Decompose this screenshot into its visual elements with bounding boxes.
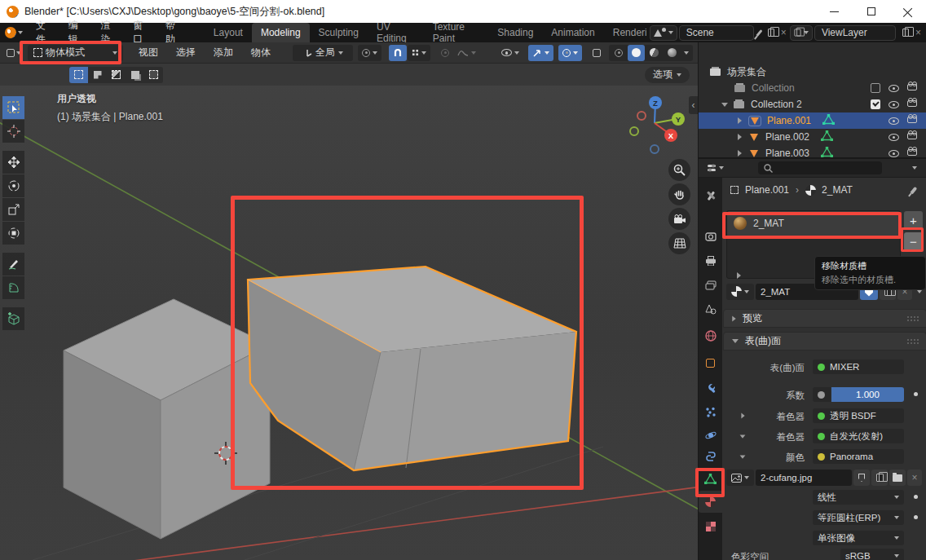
perspective-toggle-button[interactable] bbox=[668, 232, 690, 254]
tab-render[interactable] bbox=[699, 225, 722, 247]
tab-output[interactable] bbox=[699, 249, 722, 271]
shading-material-button[interactable] bbox=[646, 45, 663, 61]
maximize-button[interactable] bbox=[853, 0, 889, 23]
workspace-tab-animation[interactable]: Animation bbox=[542, 23, 603, 42]
image-name-field[interactable]: 2-cufang.jpg bbox=[756, 470, 852, 486]
color-dropdown[interactable]: Panorama bbox=[813, 449, 904, 464]
expand-chevron-icon[interactable] bbox=[738, 117, 742, 124]
tab-material[interactable] bbox=[699, 491, 722, 513]
workspace-tab-uv-editing[interactable]: UV Editing bbox=[368, 23, 424, 42]
image-source-dropdown[interactable]: 单张图像 bbox=[813, 531, 904, 545]
tab-modifiers[interactable] bbox=[699, 377, 722, 399]
zoom-button[interactable] bbox=[668, 159, 690, 181]
expand-arrow-icon[interactable] bbox=[737, 272, 741, 279]
viewlayer-selector-icon-button[interactable] bbox=[790, 25, 813, 41]
hide-eye-icon[interactable] bbox=[889, 150, 899, 157]
image-unlink-button[interactable]: × bbox=[907, 470, 922, 486]
expand-chevron-icon[interactable] bbox=[738, 134, 742, 140]
interpolation-dropdown[interactable]: 线性 bbox=[813, 490, 904, 505]
collection-checkbox[interactable] bbox=[871, 83, 880, 93]
image-fake-user-button[interactable] bbox=[853, 470, 870, 486]
browse-image-button[interactable] bbox=[726, 470, 754, 486]
expand-chevron-icon[interactable] bbox=[738, 150, 742, 157]
minimize-button[interactable] bbox=[816, 0, 853, 23]
remove-material-slot-button[interactable]: − bbox=[904, 232, 923, 251]
options-dropdown[interactable]: 选项 bbox=[645, 67, 690, 83]
workspace-tab-rendering[interactable]: Renderi bbox=[604, 23, 646, 42]
select-mode-new[interactable] bbox=[69, 67, 88, 83]
xray-toggle-button[interactable] bbox=[589, 45, 605, 61]
show-object-types-dropdown[interactable] bbox=[497, 45, 523, 61]
menu-render[interactable]: 渲染 bbox=[93, 23, 126, 42]
viewlayer-remove-icon[interactable]: × bbox=[915, 27, 921, 38]
render-camera-icon[interactable] bbox=[907, 100, 917, 107]
workspace-tab-shading[interactable]: Shading bbox=[488, 23, 542, 42]
projection-dropdown[interactable]: 等距圆柱(ERP) bbox=[813, 510, 904, 525]
surface-value-dropdown[interactable]: MIXER bbox=[813, 359, 904, 374]
properties-search-input[interactable] bbox=[758, 161, 882, 174]
mode-dropdown[interactable]: 物体模式 bbox=[28, 45, 123, 61]
hide-eye-icon[interactable] bbox=[889, 117, 899, 125]
tab-constraints[interactable] bbox=[699, 445, 722, 467]
shading-solid-button[interactable] bbox=[628, 45, 645, 61]
tool-measure[interactable] bbox=[2, 276, 24, 299]
render-camera-icon[interactable] bbox=[907, 149, 917, 156]
gizmos-dropdown[interactable] bbox=[528, 45, 553, 61]
nav-axis-z-neg[interactable] bbox=[650, 144, 659, 154]
outliner-row-scene-collection[interactable]: 场景集合 bbox=[699, 64, 926, 80]
viewlayer-name-field[interactable]: ViewLayer bbox=[814, 25, 896, 41]
hide-eye-icon[interactable] bbox=[889, 101, 899, 108]
menu-add[interactable]: 添加 bbox=[205, 46, 242, 60]
workspace-tab-modeling[interactable]: Modeling bbox=[252, 23, 310, 42]
camera-view-button[interactable] bbox=[668, 208, 690, 230]
viewlayer-copy-icon[interactable] bbox=[902, 29, 909, 37]
hide-eye-icon[interactable] bbox=[889, 85, 899, 92]
select-mode-extend[interactable] bbox=[88, 67, 107, 83]
tool-cursor[interactable] bbox=[2, 120, 24, 143]
menu-view[interactable]: 视图 bbox=[130, 46, 167, 60]
menu-object[interactable]: 物体 bbox=[242, 46, 280, 60]
outliner-row-collection[interactable]: Collection bbox=[699, 80, 926, 96]
collection-2-checkbox[interactable] bbox=[871, 99, 880, 109]
menu-select[interactable]: 选择 bbox=[167, 46, 205, 60]
close-button[interactable] bbox=[889, 0, 926, 23]
render-camera-icon[interactable] bbox=[907, 133, 917, 139]
properties-filter-chevron[interactable] bbox=[912, 166, 917, 170]
colorspace-dropdown[interactable]: sRGB bbox=[840, 549, 904, 560]
properties-editor-type-button[interactable] bbox=[703, 160, 728, 176]
factor-input-dot[interactable] bbox=[813, 387, 831, 402]
expand-chevron-icon[interactable] bbox=[721, 103, 728, 107]
pan-button[interactable] bbox=[668, 183, 690, 205]
select-mode-subtract[interactable] bbox=[107, 67, 126, 83]
tab-physics[interactable] bbox=[699, 424, 722, 446]
snap-toggle-button[interactable] bbox=[389, 45, 407, 61]
tool-annotate[interactable] bbox=[2, 253, 24, 276]
scene-selector-icon-button[interactable] bbox=[650, 25, 677, 41]
menu-window[interactable]: 窗口 bbox=[125, 23, 157, 42]
tab-object-data[interactable] bbox=[699, 468, 722, 490]
image-open-button[interactable] bbox=[889, 470, 906, 486]
shading-dropdown-chevron[interactable] bbox=[684, 51, 689, 55]
tab-view-layer[interactable] bbox=[699, 274, 722, 296]
tab-tool[interactable] bbox=[699, 184, 722, 206]
tool-move[interactable] bbox=[2, 151, 24, 174]
image-new-button[interactable] bbox=[871, 470, 888, 486]
hide-eye-icon[interactable] bbox=[889, 134, 899, 141]
pin-icon[interactable] bbox=[756, 29, 762, 36]
outliner-row-plane-001[interactable]: Plane.001 bbox=[699, 112, 926, 129]
menu-file[interactable]: 文件 bbox=[28, 23, 60, 42]
select-mode-intersect[interactable] bbox=[144, 67, 163, 83]
nav-axis-z[interactable]: Z bbox=[649, 96, 662, 109]
shading-wireframe-button[interactable] bbox=[611, 45, 627, 61]
mesh-plane-002[interactable] bbox=[64, 299, 270, 539]
add-material-slot-button[interactable]: + bbox=[904, 211, 923, 230]
tool-transform[interactable] bbox=[2, 222, 24, 245]
tab-world[interactable] bbox=[699, 324, 722, 346]
browse-material-button[interactable] bbox=[726, 284, 754, 300]
outliner-row-collection-2[interactable]: Collection 2 bbox=[699, 96, 926, 112]
select-mode-invert[interactable] bbox=[126, 67, 144, 83]
scene-name-field[interactable]: Scene bbox=[679, 25, 754, 41]
scene-copy-icon[interactable] bbox=[768, 29, 774, 37]
render-camera-icon[interactable] bbox=[907, 117, 917, 123]
tab-scene[interactable] bbox=[699, 298, 722, 320]
